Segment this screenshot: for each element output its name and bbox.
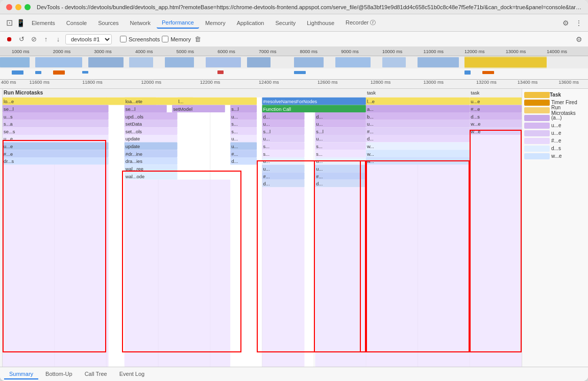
svg-rect-50 [3,142,109,150]
svg-rect-26 [3,112,109,120]
tab-security[interactable]: Security [270,18,301,28]
timeline-body: Run Microtasks lo...e loa...ete l... se.… [0,89,588,367]
tab-elements[interactable]: Elements [27,18,60,28]
download-icon[interactable]: ↓ [53,34,63,44]
svg-text:l...: l... [179,99,184,104]
svg-text:s...l: s...l [231,107,239,112]
maximize-button[interactable] [24,4,31,10]
svg-text:u...: u... [231,114,238,120]
screenshots-checkbox[interactable] [120,36,127,42]
svg-rect-138 [366,127,470,135]
overview-net [0,68,588,80]
legend-a-swatch [524,115,550,121]
mark-12000: 12000 ms [141,80,161,85]
overview-cpu [0,56,588,68]
memory-checkbox[interactable] [162,36,168,42]
legend-swatch-8 [524,153,550,159]
svg-text:s...: s... [316,144,322,149]
mark-12400: 12400 ms [259,80,279,85]
flame-chart-main[interactable]: Run Microtasks lo...e loa...ete l... se.… [3,89,522,367]
svg-rect-94 [315,142,366,150]
svg-text:w...: w... [366,152,374,157]
title-bar: DevTools - devtools://devtools/bundled/d… [0,0,588,14]
record-icon[interactable]: ⏺ [4,34,14,44]
svg-text:s...: s... [263,144,270,149]
tab-performance[interactable]: Performance [157,17,199,29]
svg-text:d...: d... [263,114,270,120]
svg-text:task: task [367,90,376,96]
svg-rect-116 [262,187,305,367]
svg-text:b...: b... [367,114,374,120]
screenshots-label[interactable]: Screenshots [129,36,160,42]
ruler-8000: 8000 ms [300,49,318,54]
svg-text:setModel: setModel [173,107,192,112]
legend-label-7: d...s [551,146,561,151]
svg-rect-142 [366,135,470,142]
performance-panel: 1000 ms 2000 ms 3000 ms 4000 ms 5000 ms … [0,47,588,381]
svg-rect-38 [3,127,109,135]
mark-13200: 13200 ms [476,80,497,85]
more-icon[interactable]: ⋮ [574,18,584,28]
tab-sources[interactable]: Sources [93,18,124,28]
svg-text:#resolveNamesForNodes: #resolveNamesForNodes [263,99,317,104]
bottom-tabs: Summary Bottom-Up Call Tree Event Log [0,367,588,381]
tab-network[interactable]: Network [125,18,156,28]
overview-strip[interactable]: 1000 ms 2000 ms 3000 ms 4000 ms 5000 ms … [0,47,588,80]
close-button[interactable] [6,4,12,10]
legend-label-8: w...e [551,153,562,159]
ruler-1000: 1000 ms [12,49,30,54]
legend-microtask-label: Run Microtasks [551,105,586,116]
svg-text:u...e: u...e [471,99,480,104]
legend-panel: Task Timer Fired Run Microtasks (a...) [522,89,588,367]
svg-rect-62 [3,157,109,165]
svg-text:s...: s... [316,152,322,157]
settings-icon[interactable]: ⚙ [560,18,571,28]
device-icon[interactable]: 📱 [15,18,26,28]
svg-text:w...: w... [366,159,374,164]
mark-12200: 12200 ms [200,80,220,85]
minimize-button[interactable] [15,4,21,10]
svg-rect-126 [366,105,470,112]
svg-rect-98 [315,150,366,157]
ruler-4000: 4000 ms [135,49,153,54]
svg-text:s...l: s...l [316,129,324,134]
devtools-tabs-bar: ⊡ 📱 Elements Console Sources Network Per… [0,14,588,32]
svg-text:s...: s... [231,129,237,134]
svg-text:d...: d... [231,159,238,164]
tab-application[interactable]: Application [232,18,270,28]
tab-memory[interactable]: Memory [200,18,231,28]
svg-text:d...: d... [316,114,323,120]
tab-summary[interactable]: Summary [4,369,38,379]
tab-call-tree[interactable]: Call Tree [80,369,112,379]
svg-text:update: update [126,136,140,141]
mark-12800: 12800 ms [371,80,391,85]
svg-text:u...: u... [231,144,238,149]
svg-text:u...: u... [367,122,374,127]
legend-swatch-7 [524,146,550,152]
device-selector[interactable]: devtools #1 [65,34,112,44]
svg-rect-44 [3,135,109,142]
tab-event-log[interactable]: Event Log [114,369,150,379]
tab-lighthouse[interactable]: Lighthouse [302,18,339,28]
memory-label[interactable]: Memory [170,36,191,42]
svg-text:s...: s... [263,152,270,157]
clear-icon[interactable]: ⊘ [29,34,39,44]
svg-rect-144 [366,142,470,150]
settings-perf-icon[interactable]: ⚙ [574,34,584,44]
tab-console[interactable]: Console [61,18,92,28]
svg-text:se...l: se...l [4,107,14,112]
svg-text:u...: u... [263,136,270,141]
tab-bottom-up[interactable]: Bottom-Up [40,369,78,379]
svg-text:s...: s... [231,122,237,127]
svg-text:u...: u... [316,166,323,172]
trash-icon[interactable]: 🗑 [193,34,203,44]
svg-text:se...l: se...l [126,107,136,112]
svg-text:u...e: u...e [4,144,13,149]
upload-icon[interactable]: ↑ [41,34,51,44]
traffic-lights [6,4,31,10]
tab-recorder[interactable]: Recorder ⓡ [340,17,381,29]
svg-text:u...: u... [231,136,238,141]
reload-record-icon[interactable]: ↺ [16,34,27,44]
inspect-icon[interactable]: ⊡ [4,18,14,28]
ruler-3000: 3000 ms [94,49,112,54]
